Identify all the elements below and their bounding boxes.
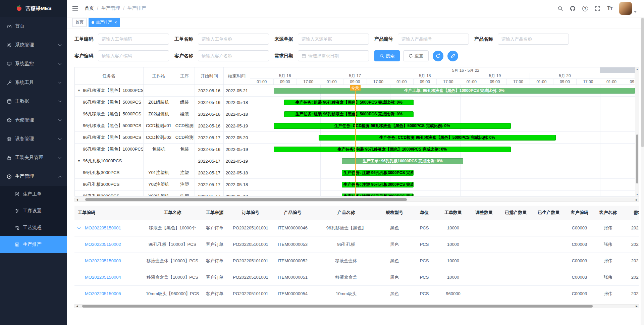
gantt-bar[interactable]: 生产任务: 组装 96孔移液盒【黑色】5000PCS 完成比例: 0% [284,111,414,117]
gantt-bar[interactable]: 生产任务: 注塑 96孔孔板3000PCS 完成比例: 0% [342,194,414,196]
scrollbar-thumb[interactable] [85,198,407,201]
cell-order-no: PO202205101001 [230,285,271,302]
order-row[interactable]: MO202205150003 移液盒盒体【10000】PCS 客户订单 PO20… [74,253,639,269]
search-button[interactable]: 搜索 [374,50,400,61]
gantt-bar[interactable]: 生产任务: 包装 96孔移液盒【黑色】10000PCS 完成比例: 0% [274,147,511,152]
scrollbar-thumb[interactable] [641,18,644,147]
order-code-link[interactable]: MO202205150001 [85,225,121,230]
order-code-link[interactable]: MO202205150002 [85,242,121,247]
gantt-bar[interactable]: 生产工单: 96孔移液盒【黑色】10000PCS 完成比例: 0% [274,88,635,94]
gantt-horizontal-scrollbar[interactable]: ◀ ▶ [74,198,639,202]
sidebar-menu-item[interactable]: 设备管理 [0,129,67,148]
scrollbar-thumb[interactable] [82,305,593,308]
page-scrollbar[interactable] [641,17,644,325]
order-code-link[interactable]: MO202205150003 [85,258,121,263]
gantt-task-row[interactable]: ▼96孔移液盒【黑色】5000PCS Z02组装机 组装 2022-05-16 … [75,108,250,120]
expand-chevron-icon[interactable] [77,226,81,229]
gantt-bar[interactable]: 生产任务: CCD检测 96孔移液盒【黑色】5000PCS 完成比例: 0% [274,123,511,129]
close-icon[interactable]: × [114,20,117,24]
scroll-left-arrow-icon[interactable]: ◀ [75,199,79,201]
gantt-task-row[interactable]: ▼96孔移液盒【黑色】5000PCS Z01组装机 组装 2022-05-16 … [75,97,250,108]
order-row[interactable]: MO202205150002 96孔孔板【10000】PCS 客户订单 PO20… [74,236,639,253]
gantt-task-row[interactable]: ▼96孔移液盒【黑色】10000PCS 包装机 包装 2022-05-16 20… [75,144,250,155]
sidebar-sub-item[interactable]: 工序设置 [0,203,67,219]
user-menu[interactable] [619,2,637,15]
tag-home[interactable]: 首页 [72,18,87,27]
scroll-right-arrow-icon[interactable]: ▶ [634,305,639,307]
order-code-link[interactable]: MO202205150004 [85,275,121,280]
scrollbar-track[interactable] [79,305,634,308]
sidebar-menu-item[interactable]: 系统管理 [0,36,67,54]
sidebar-sub-item[interactable]: 生产排产 [0,236,67,253]
sidebar-menu-item[interactable]: 生产管理 [0,167,67,186]
filter-label: 工单编码 [74,36,94,42]
sidebar-menu-item[interactable]: 仓储管理 [0,111,67,129]
gantt-task-row[interactable]: ▼96孔孔板10000PCS 2022-05-17 2022-05-19 [75,155,250,167]
fullscreen-icon[interactable] [595,6,600,11]
scroll-up-arrow-icon[interactable]: ▲ [636,68,638,70]
sidebar-menu-item[interactable]: 首页 [0,17,67,36]
sidebar-menu-item[interactable]: 工装夹具管理 [0,148,67,167]
avatar[interactable] [619,2,632,15]
sidebar-menu-item[interactable]: 主数据 [0,92,67,111]
breadcrumb-production[interactable]: 生产管理 [101,5,120,11]
orders-header-row: 工单编码工单名称工单来源订单编号产品编号产品名称规格型号单位工单数量调整数量已排… [74,206,639,220]
sidebar-menu-item[interactable]: 系统工具 [0,73,67,92]
sidebar-sub-item[interactable]: 生产工单 [0,186,67,203]
edit-button[interactable] [447,51,458,61]
input-wrap[interactable] [398,34,469,45]
collapse-arrow-icon[interactable]: ▼ [77,159,83,163]
gantt-bar[interactable]: 生产任务: 注塑 96孔孔板3000PCS 完成比例: 0% [342,170,414,176]
gantt-task-row[interactable]: ▼96孔移液盒【黑色】10000PCS 2022-05-16 2022-05-2… [75,85,250,97]
scroll-left-arrow-icon[interactable]: ◀ [75,305,79,307]
input-wrap[interactable] [98,34,169,45]
sidebar-sub-item[interactable]: 工艺流程 [0,219,67,236]
order-row[interactable]: MO202205150001 移液盒【黑色】10000个 客户订单 PO2022… [74,220,639,236]
order-code-link[interactable]: MO202205150005 [85,291,121,296]
input-wrap[interactable] [498,34,569,45]
hamburger-icon[interactable] [72,5,78,12]
gantt-vertical-scrollbar[interactable]: ▲ ▼ [635,67,639,196]
gantt-task-row[interactable]: ▼96孔孔板3000PCS Y02注塑机 注塑 2022-05-17 2022-… [75,179,250,191]
scrollbar-track[interactable] [79,198,634,201]
order-row[interactable]: MO202205150004 移液盒盒盖【10000】PCS 客户订单 PO20… [74,269,639,285]
sidebar-menu-item[interactable]: 系统监控 [0,54,67,73]
gantt-task-row[interactable]: ▼96孔移液盒【黑色】5000PCS CCD检测#02 CCD检测 2022-0… [75,132,250,144]
tag-production-schedule[interactable]: 生产排产 × [89,18,120,27]
input-wrap[interactable] [198,34,269,45]
breadcrumb-home[interactable]: 首页 [85,5,94,11]
text-input[interactable] [202,37,265,42]
search-icon[interactable] [557,6,563,11]
text-input[interactable] [401,37,465,42]
input-wrap[interactable] [198,50,269,61]
text-input[interactable] [202,53,265,58]
reset-button[interactable]: 重置 [403,50,429,61]
gantt-bar[interactable]: 生产任务: CCD检测 96孔移液盒【黑色】5000PCS 完成比例: 0% [319,135,556,141]
app-logo[interactable]: 苦糖果MES [0,0,67,17]
gantt-bar[interactable]: 生产工单: 96孔孔板10000PCS 完成比例: 0% [342,158,463,164]
scroll-right-arrow-icon[interactable]: ▶ [634,199,639,201]
help-icon[interactable]: ? [582,6,588,11]
scroll-down-arrow-icon[interactable]: ▼ [636,193,638,196]
gantt-chart-row: 生产任务: 注塑 96孔孔板3000PCS 完成比例: 0% [250,167,635,179]
gantt-bar[interactable]: 生产任务: 组装 96孔移液盒【黑色】5000PCS 完成比例: 0% [284,100,414,105]
github-icon[interactable] [570,6,576,11]
gantt-task-row[interactable]: ▼96孔移液盒【黑色】5000PCS CCD检测#01 CCD检测 2022-0… [75,120,250,132]
font-size-icon[interactable]: TT [607,6,612,11]
orders-horizontal-scrollbar[interactable]: ◀ ▶ [74,304,639,308]
order-row[interactable]: MO202205150005 10mm吸头【960000】PCS 客户订单 PO… [74,285,639,302]
refresh-gantt-button[interactable] [433,51,443,61]
input-wrap[interactable] [298,34,369,45]
text-input[interactable] [501,37,565,42]
collapse-arrow-icon[interactable]: ▼ [77,89,83,92]
gantt-task-row[interactable]: ▼96孔孔板3000PCS Y03注塑机 注塑 2022-05-17 2022-… [75,191,250,196]
gantt-bar[interactable]: 生产任务: 注塑 96孔孔板3000PCS 完成比例: 0% [342,182,414,187]
text-input[interactable] [102,53,165,58]
scrollbar-thumb[interactable] [636,134,638,183]
input-wrap[interactable] [298,50,369,61]
text-input[interactable] [302,37,365,42]
text-input[interactable] [102,37,165,42]
input-wrap[interactable] [98,50,169,61]
gantt-task-row[interactable]: ▼96孔孔板3000PCS Y01注塑机 注塑 2022-05-17 2022-… [75,167,250,179]
date-input[interactable] [308,53,365,58]
